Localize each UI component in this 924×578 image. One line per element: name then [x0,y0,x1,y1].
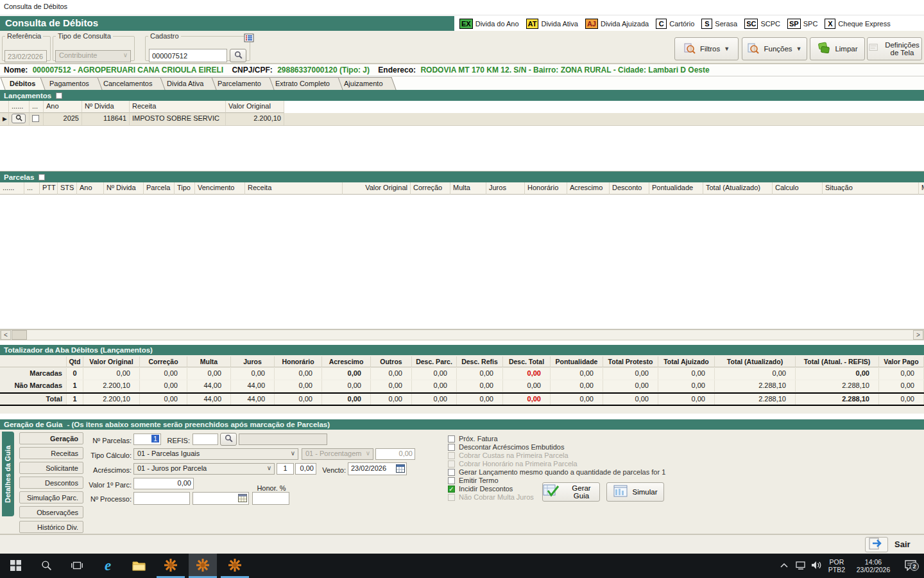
scroll-left-button[interactable]: < [1,330,11,340]
row-checkbox[interactable] [32,115,39,122]
status-badge-x: X [825,19,835,29]
column-header-: ... [24,182,40,195]
value-cell: 44,00 [231,394,275,405]
tray-chevron-button[interactable] [776,554,792,578]
horizontal-scrollbar[interactable]: < > [0,329,924,340]
vencto-label: Vencto: [319,464,346,476]
calendar-icon[interactable] [238,494,247,502]
checkbox-emitir-termo[interactable]: Emitir Termo [448,477,499,484]
taskbar: e PORPTB2 14:0623/02/2026 2 [0,554,924,578]
value-cell: 44,00 [231,380,275,392]
volume-tray-button[interactable] [809,554,824,578]
calendar-icon[interactable] [396,464,405,473]
nav-simulacao-parc[interactable]: Simulação Parc. [19,491,83,504]
porcentagem-select[interactable]: 01 - Porcentagem [302,448,373,460]
detalhes-guia-tab[interactable]: Detalhes da Guia [2,432,14,516]
refis-input[interactable] [193,434,218,445]
simular-button[interactable]: Simular [606,482,664,502]
app-icon-3[interactable] [221,554,249,578]
referencia-input[interactable] [4,50,47,62]
acrescimos-count-input[interactable]: 1 [277,463,294,475]
nav-receitas[interactable]: Receitas [19,447,83,459]
tipo-consulta-select[interactable]: Contribuinte [55,50,131,62]
cadastro-search-button[interactable] [230,49,246,62]
app-icon-2-active[interactable] [189,554,217,578]
checkbox-box [448,444,455,451]
tab-bar: DébitosPagamentosCancelamentosDivida Ati… [0,76,924,90]
nav-geracao[interactable]: Geração [19,432,83,444]
sair-label[interactable]: Sair [894,539,911,549]
column-header-: ...... [9,101,30,113]
list-icon[interactable] [244,33,254,44]
internet-explorer-button[interactable]: e [94,554,122,578]
porcentagem-num-input[interactable]: 0,00 [375,448,415,460]
num-parcelas-input[interactable]: 1 [133,434,161,445]
tab-pagamentos[interactable]: Pagamentos [40,77,103,90]
value-cell: 2.200,10 [83,394,140,405]
funcoes-button[interactable]: Funções ▼ [742,37,807,60]
acrescimos-select[interactable]: 01 - Juros por Parcela [133,463,275,475]
task-view-button[interactable] [63,554,91,578]
parcelas-header-row: .........PTTSTSAnoNº DividaParcelaTipoVe… [0,182,924,195]
filtros-button[interactable]: Filtros ▼ [674,37,739,60]
processo-date-input[interactable] [193,492,249,505]
tab-extrato-completo[interactable]: Extrato Completo [266,77,343,90]
checkbox-descontar-acrescimos-embutidos[interactable]: Descontar Acréscimos Embutidos [448,443,564,451]
limpar-button[interactable]: Limpar [810,37,865,60]
checkbox-incidir-descontos[interactable]: ✓Incidir Descontos [448,485,513,493]
row-search-button[interactable] [12,114,26,123]
language-indicator[interactable]: PORPTB2 [825,554,848,578]
scroll-right-button[interactable]: > [913,330,923,340]
tab-parcelamento[interactable]: Parcelamento [208,77,274,90]
lancamentos-header-row: .........AnoNº DividaReceitaValor Origin… [0,101,924,113]
column-header-total-protesto: Total Protesto [603,356,658,367]
clock[interactable]: 14:0623/02/2026 [850,554,897,578]
value-cell: 0,00 [551,380,603,392]
refis-search-button[interactable] [220,433,237,446]
scrollbar-thumb[interactable] [12,330,27,340]
column-header-valor-original: Valor Original [226,101,284,113]
nav-historico-div[interactable]: Histórico Div. [19,521,83,533]
tab-divida-ativa[interactable]: Divida Ativa [157,77,217,90]
honor-percent-input[interactable] [252,492,289,505]
gerar-guia-button[interactable]: Gerar Guia [542,482,600,502]
file-explorer-button[interactable] [124,554,153,578]
value-cell: 0 [67,368,83,380]
definicoes-tela-button[interactable]: Definições de Tela [867,37,922,60]
column-header-valor-original: Valor Original [343,182,411,195]
parcelas-select-all-checkbox[interactable] [38,174,45,180]
checkbox-nao-cobrar-multa-juros[interactable]: Não Cobrar Multa Juros [448,493,534,501]
acrescimos-valor-input[interactable]: 0,00 [295,463,316,475]
cadastro-input[interactable] [149,49,227,62]
nav-observacoes[interactable]: Observações [19,506,83,518]
lancamentos-grid: .........AnoNº DividaReceitaValor Origin… [0,101,924,171]
tab-ajuizamento[interactable]: Ajuizamento [334,77,396,90]
checkbox-cobrar-honorario-na-primeira-parcela[interactable]: Cobrar Honorário na Primeira Parcela [448,460,578,468]
tipo-calculo-select[interactable]: 01 - Parcelas Iguais [133,448,298,460]
column-header-total-atualizado: Total (Atualizado) [703,182,773,195]
totalizador-body: Marcadas00,000,000,000,000,000,000,000,0… [0,368,924,406]
checkbox-gerar-lancamento-mesmo-quando-a-quantidade-de-parcelas-for-1[interactable]: Gerar Lançamento mesmo quando a quantida… [448,468,665,476]
app-icon-1[interactable] [157,554,185,578]
valor-primeira-parcela-input[interactable]: 0,00 [133,478,194,489]
lancamentos-select-all-checkbox[interactable] [56,92,62,99]
nome-value: 000007512 - AGROPERUARI CANA CRIOULA EIR… [33,66,223,74]
taskbar-search-button[interactable] [32,554,60,578]
network-tray-button[interactable] [793,554,809,578]
legend-label: Cheque Express [838,20,890,28]
table-row[interactable]: ▶ 2025 118641 IMPOSTO SOBRE SERVIC 2.200… [0,113,924,126]
num-processo-input[interactable] [133,492,190,505]
sair-button[interactable] [865,537,888,552]
parcelas-grid: .........PTTSTSAnoNº DividaParcelaTipoVe… [0,182,924,329]
vencto-date-input[interactable]: 23/02/2026 [348,462,407,475]
legend-label: Divida do Ano [475,20,519,28]
keyboard-layout: PTB2 [828,566,845,574]
value-cell: 0,00 [412,380,457,392]
start-button[interactable] [1,554,30,578]
tab-cancelamentos[interactable]: Cancelamentos [94,77,166,90]
notification-center-button[interactable]: 2 [900,554,921,578]
checkbox-cobrar-custas-na-primeira-parcela[interactable]: Cobrar Custas na Primeira Parcela [448,451,569,459]
funcoes-label: Funções [764,45,792,53]
checkbox-prox-fatura[interactable]: Próx. Fatura [448,435,498,442]
nav-solicitante[interactable]: Solicitante [19,462,83,474]
